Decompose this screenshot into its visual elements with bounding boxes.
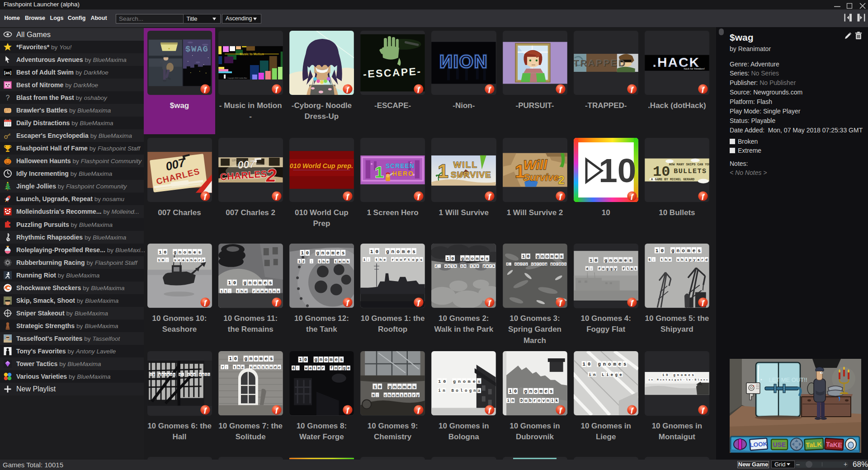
svg-text:d: d <box>274 365 276 369</box>
svg-text:n: n <box>542 263 544 266</box>
svg-text:u: u <box>524 399 527 403</box>
svg-text:r: r <box>413 393 415 397</box>
svg-text:t: t <box>471 265 472 268</box>
svg-text:HERO: HERO <box>392 169 414 177</box>
svg-text:s: s <box>531 263 533 266</box>
svg-text:s: s <box>186 258 189 262</box>
svg-text:LOOK: LOOK <box>750 441 768 449</box>
svg-text:0: 0 <box>234 356 237 362</box>
svg-text:1: 1 <box>370 249 373 254</box>
svg-text:e: e <box>408 385 411 390</box>
svg-text:o: o <box>681 373 683 377</box>
svg-text:e: e <box>392 393 395 397</box>
svg-text:e: e <box>318 366 320 371</box>
svg-text:f: f <box>404 258 406 262</box>
svg-text:i: i <box>606 373 609 377</box>
svg-text:n: n <box>663 378 664 381</box>
svg-text:m: m <box>396 393 399 397</box>
svg-text:1: 1 <box>159 250 161 255</box>
svg-text:010 World Cup prep.: 010 World Cup prep. <box>290 162 353 169</box>
svg-text:?: ? <box>6 94 10 102</box>
svg-text:e: e <box>618 362 621 367</box>
svg-text:9: 9 <box>372 393 374 397</box>
svg-text:s: s <box>692 373 694 377</box>
svg-text:a: a <box>631 267 633 271</box>
svg-text:0: 0 <box>304 357 307 362</box>
svg-text:n: n <box>458 379 461 384</box>
svg-text:0: 0 <box>233 280 236 286</box>
svg-text:1: 1 <box>590 258 592 263</box>
svg-text:0: 0 <box>514 389 517 394</box>
svg-text:t: t <box>635 267 637 271</box>
svg-text:y: y <box>693 258 695 262</box>
svg-text:e: e <box>561 263 563 266</box>
svg-text:i: i <box>540 263 541 266</box>
svg-text::: : <box>653 258 655 262</box>
svg-text:g: g <box>598 362 600 367</box>
svg-text:s: s <box>420 258 423 262</box>
svg-text:m: m <box>259 280 261 286</box>
svg-text:m: m <box>619 258 622 263</box>
svg-text:n: n <box>677 373 679 377</box>
svg-text:1: 1 <box>373 385 376 390</box>
svg-text:1: 1 <box>221 289 223 293</box>
svg-text:i: i <box>551 399 554 403</box>
svg-text:m: m <box>259 356 262 362</box>
svg-text:.: . <box>509 263 510 266</box>
svg-text:o: o <box>538 399 540 403</box>
svg-text:g: g <box>315 357 317 362</box>
svg-text:g: g <box>244 356 247 362</box>
svg-text:m: m <box>261 289 263 293</box>
svg-text:o: o <box>396 258 398 262</box>
svg-text:i: i <box>461 265 463 268</box>
svg-text:o: o <box>183 250 186 255</box>
svg-text:o: o <box>254 280 256 286</box>
svg-text::: : <box>297 366 299 371</box>
svg-text:h: h <box>190 258 193 262</box>
svg-text:h: h <box>665 258 667 262</box>
svg-text:1: 1 <box>522 254 525 259</box>
svg-text:t: t <box>266 365 268 369</box>
svg-text:p: p <box>483 265 485 268</box>
svg-text:0: 0 <box>527 254 529 259</box>
svg-text:e: e <box>481 256 484 261</box>
svg-text:o: o <box>546 254 548 259</box>
svg-text:n: n <box>393 385 396 390</box>
svg-text:m: m <box>476 256 479 261</box>
svg-text:i: i <box>439 389 441 393</box>
svg-text:e: e <box>241 365 244 369</box>
svg-text:r: r <box>322 366 324 371</box>
svg-text:n: n <box>703 378 705 381</box>
svg-text:p: p <box>416 258 419 262</box>
svg-text:l: l <box>461 389 463 393</box>
svg-text:h: h <box>241 289 243 293</box>
svg-text:h: h <box>380 258 382 262</box>
svg-text:a: a <box>309 366 311 371</box>
svg-text:7: 7 <box>222 365 224 369</box>
svg-text:e: e <box>477 265 479 268</box>
svg-text:n: n <box>677 248 680 254</box>
svg-text:e: e <box>544 389 547 394</box>
svg-text:o: o <box>471 256 474 261</box>
svg-text::: : <box>368 258 370 262</box>
svg-text:SURVIVE: SURVIVE <box>451 169 491 179</box>
svg-text:s: s <box>560 254 563 259</box>
svg-text:m: m <box>613 362 616 367</box>
svg-text:m: m <box>687 248 690 254</box>
svg-text:s: s <box>629 258 632 263</box>
svg-text:1: 1 <box>299 357 302 362</box>
svg-text:c: c <box>384 393 387 397</box>
svg-text:o: o <box>456 389 458 393</box>
svg-text:t: t <box>233 365 236 369</box>
svg-text:o: o <box>254 365 256 369</box>
svg-text:m: m <box>331 250 334 256</box>
svg-text:n: n <box>511 399 514 403</box>
svg-text:s: s <box>486 256 489 261</box>
svg-text:a: a <box>265 289 267 293</box>
svg-text:t: t <box>319 259 321 263</box>
svg-text:n: n <box>273 289 275 293</box>
svg-text::: : <box>311 259 313 263</box>
svg-text:1: 1 <box>662 373 664 377</box>
svg-text:1: 1 <box>375 163 384 181</box>
svg-text:e: e <box>264 280 266 286</box>
